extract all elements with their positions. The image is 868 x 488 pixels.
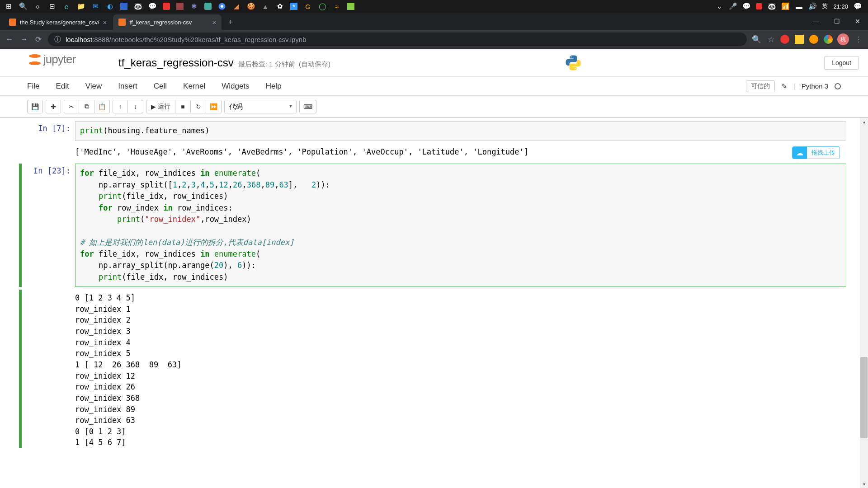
search-icon[interactable]: 🔍: [19, 2, 27, 10]
tray-expand-icon[interactable]: ⌄: [715, 2, 723, 10]
mic-icon[interactable]: 🎤: [729, 2, 737, 10]
move-down-button[interactable]: ↓: [128, 100, 143, 113]
battery-icon[interactable]: ▬: [795, 2, 803, 10]
maximize-icon[interactable]: ☐: [826, 13, 847, 30]
extension-icon[interactable]: [824, 35, 833, 44]
edit-icon[interactable]: ✎: [781, 82, 787, 90]
cortana-icon[interactable]: ○: [33, 2, 42, 10]
add-cell-button[interactable]: ✚: [46, 100, 61, 113]
cut-button[interactable]: ✂: [64, 100, 79, 113]
app-icon[interactable]: 🐼: [134, 2, 142, 10]
fast-forward-button[interactable]: ⏩: [206, 100, 222, 113]
tray-icon[interactable]: [756, 3, 762, 9]
app-icon[interactable]: [163, 3, 170, 10]
close-icon[interactable]: ×: [212, 19, 217, 26]
jupyter-favicon-icon: [9, 19, 16, 26]
copy-button[interactable]: ⧉: [79, 100, 94, 113]
notifications-icon[interactable]: 💬: [854, 2, 862, 10]
cloud-upload-icon: ☁: [793, 147, 807, 159]
forward-icon[interactable]: →: [19, 34, 29, 44]
save-button[interactable]: 💾: [27, 100, 43, 113]
jupyter-logo[interactable]: jupyter: [28, 52, 75, 66]
minimize-icon[interactable]: —: [806, 13, 826, 30]
app-icon[interactable]: [204, 3, 212, 10]
app-icon[interactable]: ≈: [333, 2, 341, 10]
app-icon[interactable]: ◢: [232, 2, 241, 10]
stop-button[interactable]: ■: [175, 100, 191, 113]
edge-icon[interactable]: e: [62, 2, 71, 10]
tray-icon[interactable]: 🐼: [768, 2, 776, 10]
scroll-up-icon[interactable]: ▴: [860, 117, 868, 126]
ime-indicator[interactable]: 英: [822, 2, 828, 10]
info-icon[interactable]: ⓘ: [54, 35, 61, 44]
app-icon[interactable]: ▲: [261, 2, 269, 10]
upload-badge[interactable]: ☁ 拖拽上传: [792, 146, 840, 159]
scroll-down-icon[interactable]: ▾: [860, 480, 868, 488]
kernel-status-icon: [835, 83, 841, 89]
close-window-icon[interactable]: ✕: [847, 13, 868, 30]
trusted-indicator[interactable]: 可信的: [746, 80, 775, 92]
wechat-tray-icon[interactable]: 💬: [742, 2, 750, 10]
notebook-name[interactable]: tf_keras_regression-csv: [118, 56, 234, 69]
app-icon[interactable]: ✱: [190, 2, 198, 10]
menu-icon[interactable]: ⋮: [854, 34, 863, 44]
profile-icon[interactable]: 杭: [837, 33, 849, 45]
new-tab-button[interactable]: +: [224, 16, 237, 28]
app-icon[interactable]: [120, 3, 127, 10]
explorer-icon[interactable]: 📁: [77, 2, 85, 10]
chrome-icon[interactable]: [218, 2, 226, 10]
mail-icon[interactable]: ✉: [91, 2, 99, 10]
taskview-icon[interactable]: ⊟: [48, 2, 56, 10]
url-input[interactable]: ⓘ localhost:8888/notebooks/the%20Study%2…: [48, 33, 747, 46]
app-icon[interactable]: ◯: [318, 2, 326, 10]
move-up-button[interactable]: ↑: [113, 100, 128, 113]
app-icon[interactable]: [347, 3, 354, 10]
python-logo-icon: [564, 53, 583, 72]
extension-icon[interactable]: [795, 35, 804, 44]
code-input[interactable]: for file_idx, row_indices in enumerate( …: [75, 164, 846, 287]
output-prompt: [22, 290, 75, 448]
menu-edit[interactable]: Edit: [56, 82, 69, 91]
app-icon[interactable]: [176, 3, 184, 10]
output-cell: ['MedInc', 'HouseAge', 'AveRooms', 'AveB…: [22, 144, 846, 158]
app-icon[interactable]: ✿: [276, 2, 284, 10]
app-icon[interactable]: *: [290, 3, 297, 10]
menu-widgets[interactable]: Widgets: [222, 82, 249, 91]
scrollbar[interactable]: ▴ ▾: [860, 117, 868, 488]
extension-icon[interactable]: [809, 35, 818, 44]
volume-icon[interactable]: 🔊: [808, 2, 816, 10]
menu-help[interactable]: Help: [266, 82, 282, 91]
command-palette-button[interactable]: ⌨: [299, 100, 316, 113]
extension-icon[interactable]: [780, 35, 789, 44]
run-button[interactable]: ▶运行: [146, 100, 175, 113]
menu-file[interactable]: File: [27, 82, 39, 91]
app-icon[interactable]: 🍪: [247, 2, 255, 10]
menu-insert[interactable]: Insert: [118, 82, 137, 91]
menu-cell[interactable]: Cell: [154, 82, 167, 91]
menu-kernel[interactable]: Kernel: [183, 82, 205, 91]
paste-button[interactable]: 📋: [94, 100, 110, 113]
zoom-icon[interactable]: 🔍: [751, 34, 761, 44]
clock[interactable]: 21:20: [833, 3, 848, 10]
browser-tab[interactable]: the Study keras/generate_csv/ ×: [4, 14, 112, 30]
cell-type-select[interactable]: 代码: [224, 100, 297, 113]
reload-icon[interactable]: ⟳: [33, 34, 43, 44]
start-icon[interactable]: ⊞: [5, 2, 13, 10]
app-icon[interactable]: ◐: [106, 2, 114, 10]
close-icon[interactable]: ×: [103, 19, 107, 26]
browser-tab-active[interactable]: tf_keras_regression-csv ×: [113, 14, 222, 30]
restart-button[interactable]: ↻: [191, 100, 206, 113]
logout-button[interactable]: Logout: [824, 56, 859, 70]
scroll-thumb[interactable]: [860, 357, 868, 438]
bookmark-icon[interactable]: ☆: [766, 34, 776, 44]
app-icon[interactable]: G: [304, 2, 312, 10]
wifi-icon[interactable]: 📶: [781, 2, 789, 10]
menu-view[interactable]: View: [85, 82, 102, 91]
code-cell[interactable]: In [7]: print(housing.feature_names): [22, 121, 846, 141]
output-cell: 0 [1 2 3 4 5] row_inidex 1 row_inidex 2 …: [19, 290, 846, 448]
code-input[interactable]: print(housing.feature_names): [75, 121, 846, 141]
code-cell-selected[interactable]: In [23]: for file_idx, row_indices in en…: [19, 164, 846, 287]
kernel-name[interactable]: Python 3: [802, 82, 828, 90]
back-icon[interactable]: ←: [5, 34, 14, 44]
wechat-icon[interactable]: 💬: [148, 2, 156, 10]
